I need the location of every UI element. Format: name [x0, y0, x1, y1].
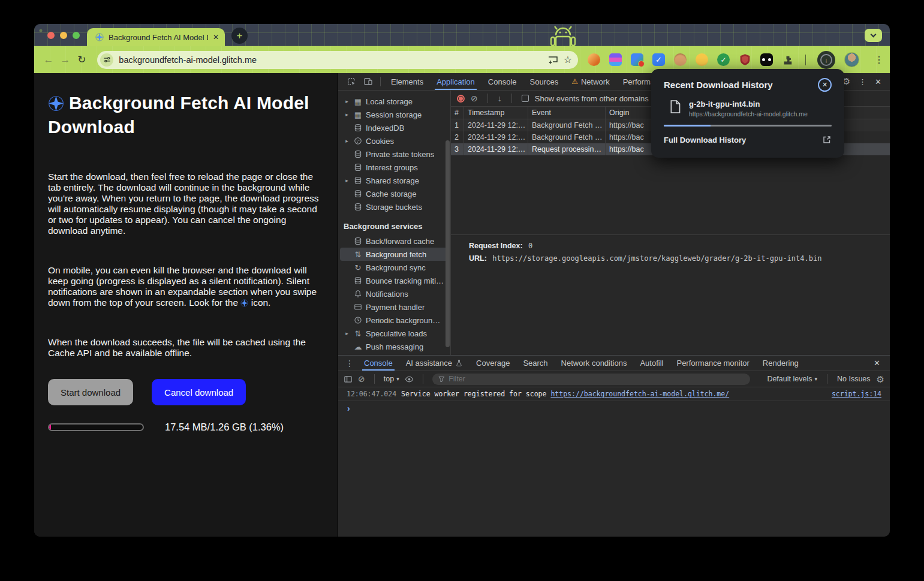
- save-events-icon[interactable]: ↓: [498, 94, 502, 103]
- site-settings-icon[interactable]: [100, 53, 113, 67]
- extension-shield-icon[interactable]: [739, 53, 751, 66]
- sidebar-item-cache-storage[interactable]: Cache storage: [338, 187, 450, 200]
- full-download-history-link[interactable]: Full Download History: [664, 136, 746, 145]
- drawer-tab-rendering[interactable]: Rendering: [756, 356, 805, 371]
- extension-blue-check-icon[interactable]: ✓: [652, 53, 665, 66]
- default-levels-dropdown[interactable]: Default levels ▾: [767, 375, 817, 383]
- sidebar-item-session-storage[interactable]: ▸ ▦ Session storage: [338, 108, 450, 121]
- drawer-menu-icon[interactable]: ⋮: [345, 359, 354, 368]
- devtools-close-icon[interactable]: ✕: [875, 77, 881, 86]
- sidebar-item-payment-handler[interactable]: Payment handler: [338, 300, 450, 314]
- sidebar-item-cookies[interactable]: ▸ Cookies: [338, 134, 450, 147]
- sidebar-item-periodic-background-sync[interactable]: Periodic backgroun…: [338, 314, 450, 327]
- sidebar-item-interest-groups[interactable]: Interest groups: [338, 161, 450, 174]
- sidebar-item-notifications[interactable]: Notifications: [338, 287, 450, 300]
- reload-button[interactable]: ↻: [74, 52, 91, 68]
- back-button[interactable]: ←: [40, 52, 57, 68]
- col-num[interactable]: #: [451, 107, 464, 119]
- sidebar-item-background-fetch[interactable]: ⇅ Background fetch: [340, 248, 449, 261]
- drawer-tab-console[interactable]: Console: [357, 356, 399, 371]
- downloads-indicator-button[interactable]: ↓: [817, 51, 835, 69]
- extension-badge-icon[interactable]: [631, 53, 643, 66]
- log-link[interactable]: https://backgroundfetch-ai-model.glitch.…: [550, 390, 729, 398]
- devtools-panel: Elements Application Console Sources ⚠ N…: [338, 73, 890, 537]
- tab-close-icon[interactable]: ✕: [213, 33, 219, 41]
- record-button[interactable]: [457, 95, 465, 103]
- drawer-tab-performance-monitor[interactable]: Performance monitor: [670, 356, 756, 371]
- zoom-window-button[interactable]: [73, 32, 80, 39]
- bookmark-star-icon[interactable]: ☆: [564, 54, 572, 65]
- expand-triangle-icon[interactable]: ▸: [344, 177, 350, 183]
- tab-console[interactable]: Console: [481, 73, 523, 90]
- close-window-button[interactable]: [47, 32, 55, 39]
- show-events-checkbox[interactable]: [522, 95, 529, 102]
- popup-progress-fill: [664, 125, 711, 127]
- expand-triangle-icon[interactable]: ▸: [344, 138, 350, 144]
- sidebar-scrollbar[interactable]: [446, 140, 450, 347]
- external-link-icon[interactable]: [822, 135, 832, 145]
- url-text[interactable]: backgroundfetch-ai-model.glitch.me: [119, 55, 541, 65]
- drawer-tab-coverage[interactable]: Coverage: [469, 356, 516, 371]
- extension-drumstick-icon[interactable]: [588, 53, 600, 66]
- clear-icon[interactable]: ⊘: [471, 94, 478, 103]
- warning-icon: ⚠: [571, 77, 578, 86]
- console-settings-icon[interactable]: ⚙: [877, 375, 884, 384]
- extension-face-icon[interactable]: [674, 53, 687, 66]
- clear-console-icon[interactable]: ⊘: [358, 375, 365, 383]
- download-item[interactable]: g-2b-it-gpu-int4.bin https://backgroundf…: [664, 100, 832, 118]
- extension-robot-eyes-icon[interactable]: [760, 53, 773, 66]
- drawer-close-icon[interactable]: ✕: [874, 359, 886, 368]
- console-prompt[interactable]: ›: [338, 401, 890, 416]
- log-source-link[interactable]: script.js:14: [832, 390, 881, 398]
- devtools-menu-icon[interactable]: ⋮: [859, 77, 866, 86]
- popup-close-button[interactable]: ✕: [818, 78, 832, 92]
- device-toolbar-icon[interactable]: [363, 77, 373, 86]
- extensions-puzzle-icon[interactable]: [782, 54, 794, 66]
- col-timestamp[interactable]: Timestamp: [464, 107, 528, 119]
- console-sidebar-toggle-icon[interactable]: [344, 375, 353, 384]
- drawer-tab-network-conditions[interactable]: Network conditions: [555, 356, 634, 371]
- live-expression-eye-icon[interactable]: [405, 375, 414, 384]
- start-download-button[interactable]: Start download: [48, 379, 133, 405]
- expand-triangle-icon[interactable]: ▸: [344, 330, 350, 336]
- sidebar-item-background-sync[interactable]: ↻ Background sync: [338, 261, 450, 274]
- sidebar-item-private-state-tokens[interactable]: Private state tokens: [338, 147, 450, 161]
- sidebar-item-shared-storage[interactable]: ▸ Shared storage: [338, 174, 450, 187]
- new-tab-button[interactable]: +: [231, 28, 248, 44]
- console-filter[interactable]: [432, 374, 750, 385]
- drawer-tab-ai-assistance[interactable]: AI assistance: [399, 356, 469, 371]
- sidebar-item-indexeddb[interactable]: IndexedDB: [338, 121, 450, 134]
- browser-menu-icon[interactable]: ⋮: [874, 54, 884, 65]
- send-to-device-icon[interactable]: [547, 55, 558, 65]
- sidebar-item-bounce-tracking[interactable]: Bounce tracking miti…: [338, 274, 450, 287]
- drawer-tab-autofill[interactable]: Autofill: [633, 356, 670, 371]
- profile-avatar[interactable]: [844, 52, 859, 67]
- sidebar-item-push-messaging[interactable]: ☁ Push messaging: [338, 340, 450, 353]
- minimize-window-button[interactable]: [60, 32, 67, 39]
- browser-tab[interactable]: Background Fetch AI Model D ✕: [87, 28, 225, 46]
- sidebar-item-speculative-loads[interactable]: ▸ ⇅ Speculative loads: [338, 327, 450, 340]
- expand-triangle-icon[interactable]: ▸: [344, 98, 350, 104]
- cancel-download-button[interactable]: Cancel download: [152, 379, 246, 405]
- forward-button[interactable]: →: [57, 52, 74, 68]
- inspect-element-icon[interactable]: [347, 77, 356, 86]
- filter-input[interactable]: [449, 375, 744, 383]
- drawer-tab-search[interactable]: Search: [516, 356, 554, 371]
- expand-triangle-icon[interactable]: ▸: [344, 112, 350, 118]
- address-bar[interactable]: backgroundfetch-ai-model.glitch.me ☆: [97, 51, 578, 69]
- extension-stripes-icon[interactable]: [609, 53, 622, 66]
- extension-green-check-icon[interactable]: ✓: [717, 53, 730, 66]
- log-timestamp: 12:06:47.024: [347, 390, 396, 398]
- tab-search-chevron-button[interactable]: [865, 29, 882, 42]
- col-event[interactable]: Event: [528, 107, 606, 119]
- sidebar-item-local-storage[interactable]: ▸ ▦ Local storage: [338, 95, 450, 108]
- context-selector[interactable]: top ▾: [384, 375, 399, 383]
- sidebar-item-storage-buckets[interactable]: Storage buckets: [338, 200, 450, 213]
- sidebar-item-back-forward-cache[interactable]: Back/forward cache: [338, 234, 450, 248]
- extension-worker-icon[interactable]: [696, 53, 708, 66]
- tab-application[interactable]: Application: [430, 73, 481, 90]
- tab-sources[interactable]: Sources: [523, 73, 565, 90]
- no-issues-label[interactable]: No Issues: [837, 375, 871, 383]
- tab-network[interactable]: ⚠ Network: [565, 73, 616, 90]
- tab-elements[interactable]: Elements: [384, 73, 430, 90]
